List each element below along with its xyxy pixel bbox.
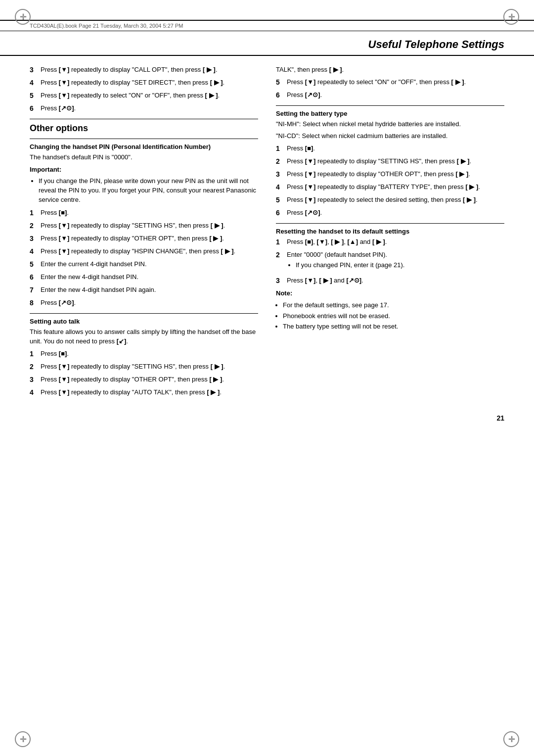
autotalk-cont: TALK", then press [ ▶ ].: [276, 65, 504, 75]
reset-step-3: 3 Press [▼], [ ▶ ] and [↗⊙].: [276, 276, 504, 286]
pin-step-4: 4 Press [▼] repeatedly to display "HSPIN…: [30, 246, 258, 257]
content-area: 3 Press [▼] repeatedly to display "CALL …: [0, 56, 534, 409]
page-title-area: Useful Telephone Settings: [0, 31, 534, 56]
battery-step-4: 4 Press [▼] repeatedly to display "BATTE…: [276, 182, 504, 192]
pin-step-3: 3 Press [▼] repeatedly to display "OTHER…: [30, 234, 258, 244]
corner-mark-tr: ✛: [503, 9, 519, 25]
note-list: For the default settings, see page 17. P…: [283, 300, 504, 331]
subsection-title-battery: Setting the battery type: [276, 110, 504, 117]
divider-1: [30, 119, 258, 119]
step-3-pre: 3 Press [▼] repeatedly to display "CALL …: [30, 65, 258, 75]
note-3: The battery type setting will not be res…: [283, 322, 504, 331]
reset-bullet-1: If you changed PIN, enter it (page 21).: [296, 261, 504, 270]
page: ✛ ✛ ✛ ✛ TCD430AL(E).book Page 21 Tuesday…: [0, 0, 534, 756]
battery-step-3: 3 Press [▼] repeatedly to display "OTHER…: [276, 169, 504, 180]
page-title: Useful Telephone Settings: [368, 38, 504, 50]
divider-2: [30, 139, 258, 139]
nimh-text: "NI-MH": Select when nickel metal hydrid…: [276, 119, 504, 129]
autotalk-step-3: 3 Press [▼] repeatedly to display "OTHER…: [30, 375, 258, 385]
subsection-title-autotalk: Setting auto talk: [30, 318, 258, 325]
battery-step-2: 2 Press [▼] repeatedly to display "SETTI…: [276, 156, 504, 167]
header-bar: TCD430AL(E).book Page 21 Tuesday, March …: [0, 20, 534, 31]
battery-step-6: 6 Press [↗⊙].: [276, 208, 504, 218]
pin-default-text: The handset's default PIN is "0000".: [30, 152, 258, 162]
page-number-area: 21: [0, 409, 534, 422]
reset-step-2-bullets: If you changed PIN, enter it (page 21).: [296, 261, 504, 270]
pin-step-1: 1 Press [■].: [30, 208, 258, 218]
right-column: TALK", then press [ ▶ ]. 5 Press [▼] rep…: [276, 65, 504, 400]
autotalk-step-2: 2 Press [▼] repeatedly to display "SETTI…: [30, 362, 258, 372]
note-2: Phonebook entries will not be erased.: [283, 311, 504, 321]
note-label: Note:: [276, 289, 292, 297]
nicd-text: "NI-CD": Select when nickel cadmium batt…: [276, 131, 504, 141]
header-text: TCD430AL(E).book Page 21 Tuesday, March …: [30, 23, 183, 29]
divider-3: [30, 313, 258, 314]
step-5-pre: 5 Press [▼] repeatedly to select "ON" or…: [30, 91, 258, 101]
important-label: Important:: [30, 166, 61, 173]
page-number: 21: [496, 414, 504, 422]
autotalk-desc: This feature allows you to answer calls …: [30, 327, 258, 346]
important-bullets: If you change the PIN, please write down…: [39, 177, 258, 205]
subsection-title-pin: Changing the handset PIN (Personal Ident…: [30, 143, 258, 150]
pin-step-8: 8 Press [↗⊙].: [30, 298, 258, 308]
battery-step-1: 1 Press [■].: [276, 143, 504, 154]
step-6-pre: 6 Press [↗⊙].: [30, 103, 258, 114]
divider-5: [276, 223, 504, 224]
corner-mark-br: ✛: [503, 731, 519, 747]
autotalk-step-1: 1 Press [■].: [30, 349, 258, 359]
pin-step-5: 5 Enter the current 4-digit handset PIN.: [30, 259, 258, 270]
battery-step-5: 5 Press [▼] repeatedly to select the des…: [276, 195, 504, 205]
corner-mark-bl: ✛: [15, 731, 31, 747]
reset-step-2: 2 Enter "0000" (default handset PIN). If…: [276, 250, 504, 273]
pin-step-6: 6 Enter the new 4-digit handset PIN.: [30, 272, 258, 283]
autotalk-step-6: 6 Press [↗⊙].: [276, 90, 504, 100]
corner-mark-tl: ✛: [15, 9, 31, 25]
divider-4: [276, 105, 504, 106]
pin-step-7: 7 Enter the new 4-digit handset PIN agai…: [30, 285, 258, 295]
note-1: For the default settings, see page 17.: [283, 300, 504, 310]
pin-step-2: 2 Press [▼] repeatedly to display "SETTI…: [30, 221, 258, 231]
important-bullet-1: If you change the PIN, please write down…: [39, 177, 258, 205]
autotalk-step-4: 4 Press [▼] repeatedly to display "AUTO …: [30, 387, 258, 398]
autotalk-step-5: 5 Press [▼] repeatedly to select "ON" or…: [276, 77, 504, 88]
left-column: 3 Press [▼] repeatedly to display "CALL …: [30, 65, 258, 400]
section-title-other-options: Other options: [30, 123, 258, 134]
step-4-pre: 4 Press [▼] repeatedly to display "SET D…: [30, 78, 258, 88]
reset-step-1: 1 Press [■], [▼], [ ▶ ], [▲] and [ ▶ ].: [276, 237, 504, 247]
subsection-title-reset: Resetting the handset to its default set…: [276, 228, 504, 235]
